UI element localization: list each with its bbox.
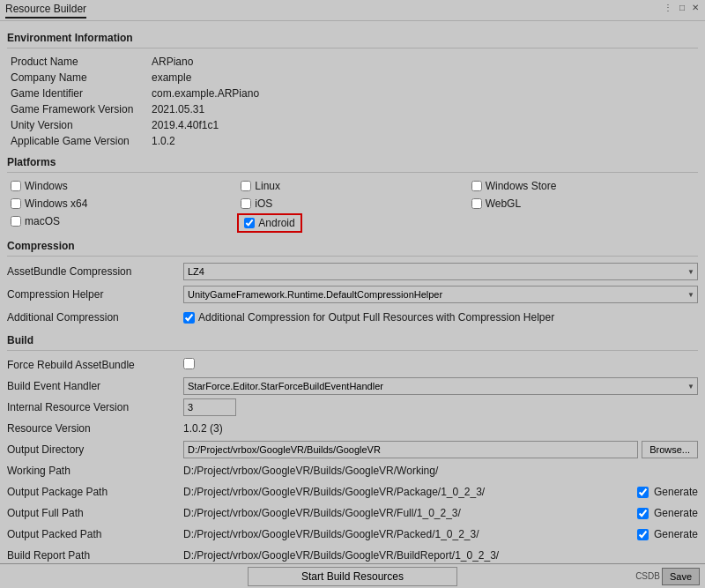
- assetbundle-compression-row: AssetBundle Compression LZ4 None LZMA: [7, 262, 698, 281]
- compression-section-header: Compression: [7, 240, 698, 252]
- platform-label-macos: macOS: [25, 215, 60, 227]
- output-full-path-value: D:/Project/vrbox/GoogleVR/Builds/GoogleV…: [183, 507, 698, 519]
- platforms-section-header: Platforms: [7, 156, 698, 168]
- value-resource-version: 1.0.2 (3): [183, 422, 698, 435]
- checkbox-windows[interactable]: [11, 181, 21, 191]
- platform-windows-store: Windows Store: [468, 178, 698, 194]
- table-row: Unity Version 2019.4.40f1c1: [7, 117, 698, 133]
- build-event-handler-select[interactable]: StarForce.Editor.StarForceBuildEventHand…: [183, 377, 698, 395]
- build-section-header: Build: [7, 334, 698, 346]
- checkbox-windows-x64[interactable]: [11, 198, 21, 209]
- table-row: Game Framework Version 2021.05.31: [7, 101, 698, 117]
- label-generate-packed: Generate: [654, 528, 698, 540]
- resource-version-row: Resource Version 1.0.2 (3): [7, 420, 698, 437]
- platform-windows: Windows: [7, 178, 237, 194]
- label-generate-package: Generate: [654, 486, 698, 498]
- checkbox-macos[interactable]: [11, 216, 21, 227]
- value-working-path: D:/Project/vrbox/GoogleVR/Builds/GoogleV…: [183, 465, 698, 477]
- environment-table: Product Name ARPiano Company Name exampl…: [7, 54, 698, 149]
- label-build-report-path: Build Report Path: [7, 549, 183, 562]
- value-build-report-path: D:/Project/vrbox/GoogleVR/Builds/GoogleV…: [183, 549, 698, 562]
- output-full-path-row: Output Full Path D:/Project/vrbox/Google…: [7, 504, 698, 522]
- checkbox-android[interactable]: [244, 218, 255, 228]
- checkbox-output-package-generate[interactable]: [637, 487, 649, 498]
- checkbox-windows-store[interactable]: [471, 181, 482, 191]
- checkbox-ios[interactable]: [241, 198, 251, 209]
- checkbox-output-packed-generate[interactable]: [637, 529, 649, 540]
- assetbundle-compression-wrapper: LZ4 None LZMA: [183, 263, 698, 280]
- csdb-label: CSDB: [635, 571, 660, 581]
- additional-compression-value: Additional Compression for Output Full R…: [183, 311, 698, 324]
- value-company-name: example: [148, 70, 698, 86]
- platform-label-ios: iOS: [255, 197, 272, 210]
- label-output-directory: Output Directory: [7, 443, 183, 456]
- start-build-button[interactable]: Start Build Resources: [248, 567, 457, 586]
- internal-resource-version-row: Internal Resource Version: [7, 398, 698, 416]
- additional-compression-label: Additional Compression for Output Full R…: [198, 311, 554, 324]
- browse-button[interactable]: Browse...: [642, 441, 698, 458]
- output-package-path-row: Output Package Path D:/Project/vrbox/Goo…: [7, 483, 698, 501]
- checkbox-output-full-generate[interactable]: [637, 508, 649, 519]
- checkbox-force-rebuild[interactable]: [183, 358, 195, 369]
- platform-android: Android: [237, 213, 301, 233]
- output-package-path-value: D:/Project/vrbox/GoogleVR/Builds/GoogleV…: [183, 486, 698, 498]
- label-build-event-handler: Build Event Handler: [7, 380, 183, 392]
- output-directory-row: Output Directory Browse...: [7, 441, 698, 458]
- label-applicable-version: Applicable Game Version: [7, 133, 148, 149]
- label-framework-version: Game Framework Version: [7, 101, 148, 117]
- text-output-packed-path: D:/Project/vrbox/GoogleVR/Builds/GoogleV…: [183, 528, 632, 540]
- compression-helper-row: Compression Helper UnityGameFramework.Ru…: [7, 285, 698, 304]
- text-output-full-path: D:/Project/vrbox/GoogleVR/Builds/GoogleV…: [183, 507, 632, 519]
- value-game-identifier: com.example.ARPiano: [148, 86, 698, 101]
- additional-compression-row: Additional Compression Additional Compre…: [7, 308, 698, 327]
- value-product-name: ARPiano: [148, 54, 698, 70]
- build-report-path-row: Build Report Path D:/Project/vrbox/Googl…: [7, 547, 698, 564]
- platform-label-linux: Linux: [255, 180, 280, 192]
- close-icon[interactable]: ✕: [689, 2, 701, 13]
- output-directory-value: Browse...: [183, 441, 698, 458]
- value-unity-version: 2019.4.40f1c1: [148, 117, 698, 133]
- platform-label-windows-x64: Windows x64: [25, 197, 87, 210]
- force-rebuild-row: Force Rebuild AssetBundle: [7, 356, 698, 374]
- maximize-icon[interactable]: □: [677, 2, 687, 13]
- assetbundle-compression-select[interactable]: LZ4 None LZMA: [183, 263, 698, 280]
- checkbox-additional-compression[interactable]: [183, 312, 195, 324]
- title-bar: Resource Builder ⋮ □ ✕: [0, 0, 705, 21]
- table-row: Game Identifier com.example.ARPiano: [7, 86, 698, 101]
- label-resource-version: Resource Version: [7, 422, 183, 435]
- checkbox-linux[interactable]: [241, 181, 251, 191]
- label-force-rebuild: Force Rebuild AssetBundle: [7, 359, 183, 371]
- label-working-path: Working Path: [7, 465, 183, 477]
- label-output-package-path: Output Package Path: [7, 486, 183, 498]
- platform-label-android: Android: [258, 217, 294, 229]
- platform-label-windows: Windows: [25, 180, 68, 192]
- platform-label-windows-store: Windows Store: [486, 180, 557, 192]
- environment-section-header: Environment Information: [7, 32, 698, 44]
- label-compression-helper: Compression Helper: [7, 288, 183, 301]
- platform-linux: Linux: [237, 178, 467, 194]
- value-framework-version: 2021.05.31: [148, 101, 698, 117]
- table-row: Company Name example: [7, 70, 698, 86]
- save-button[interactable]: Save: [662, 568, 700, 585]
- input-internal-resource-version[interactable]: [183, 398, 236, 416]
- force-rebuild-value: [183, 358, 698, 372]
- label-output-packed-path: Output Packed Path: [7, 528, 183, 540]
- window-controls: ⋮ □ ✕: [661, 2, 701, 13]
- platform-label-webgl: WebGL: [486, 197, 521, 210]
- platform-ios: iOS: [237, 196, 467, 212]
- label-unity-version: Unity Version: [7, 117, 148, 133]
- compression-helper-select[interactable]: UnityGameFramework.Runtime.DefaultCompre…: [183, 286, 698, 303]
- bottom-right-controls: CSDB Save: [635, 568, 700, 585]
- label-internal-resource-version: Internal Resource Version: [7, 401, 183, 413]
- label-company-name: Company Name: [7, 70, 148, 86]
- tab-resource-builder[interactable]: Resource Builder: [5, 3, 86, 19]
- checkbox-webgl[interactable]: [471, 198, 482, 209]
- value-applicable-version: 1.0.2: [148, 133, 698, 149]
- main-content: Environment Information Product Name ARP…: [0, 21, 705, 588]
- label-product-name: Product Name: [7, 54, 148, 70]
- output-packed-path-row: Output Packed Path D:/Project/vrbox/Goog…: [7, 525, 698, 543]
- input-output-directory[interactable]: [183, 441, 638, 458]
- table-row: Applicable Game Version 1.0.2: [7, 133, 698, 149]
- platform-macos: macOS: [7, 213, 237, 229]
- menu-icon[interactable]: ⋮: [661, 2, 675, 13]
